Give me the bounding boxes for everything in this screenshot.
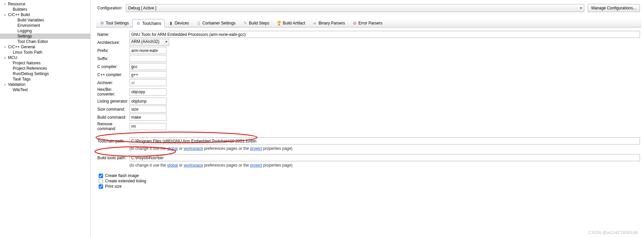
toolchain-form: Name: Architecture:ARM (AArch32) Prefix:…	[96, 27, 641, 194]
tree-item-linux-tools-path[interactable]: Linux Tools Path	[0, 50, 90, 55]
flash-checkbox[interactable]	[99, 174, 103, 178]
tab-label: Binary Parsers	[318, 21, 345, 25]
tab-icon: ▯	[196, 21, 201, 25]
global-link-2[interactable]: global	[167, 163, 178, 168]
cpp-compiler-label: C++ compiler:	[97, 72, 130, 77]
tree-item-environment[interactable]: Environment	[0, 23, 90, 28]
remove-cmd-input[interactable]	[130, 123, 166, 130]
size-cmd-label: Size command:	[97, 107, 130, 112]
tree-item-run-debug-settings[interactable]: Run/Debug Settings	[0, 71, 90, 76]
build-tools-path-hint: (to change it use the global or workspac…	[130, 162, 640, 171]
suffix-label: Suffix:	[97, 56, 130, 61]
tree-item-c-c-build[interactable]: vC/C++ Build	[0, 12, 90, 17]
build-tools-path-label: Build tools path:	[97, 156, 130, 160]
toolchain-path-label: Toolchain path:	[97, 139, 130, 143]
tree-item-project-references[interactable]: Project References	[0, 66, 90, 71]
toolchain-path-hint: (to change it use the global or workspac…	[130, 145, 640, 154]
tree-label: Run/Debug Settings	[13, 71, 49, 76]
tree-toggle-icon: >	[3, 45, 7, 49]
project-link[interactable]: project	[250, 146, 262, 151]
config-select[interactable]: Debug [ Active ]	[126, 4, 584, 12]
tab-build-artifact[interactable]: 🏆Build Artifact	[273, 19, 309, 27]
tree-toggle-icon: v	[3, 13, 7, 17]
tab-label: Devices	[175, 21, 189, 25]
tab-label: Tool Settings	[106, 21, 129, 25]
size-cmd-input[interactable]	[130, 106, 166, 113]
c-compiler-input[interactable]	[130, 63, 166, 70]
workspace-link-2[interactable]: workspace	[184, 163, 203, 168]
tab-tool-settings[interactable]: ⚙Tool Settings	[96, 19, 133, 27]
tree-item-settings[interactable]: Settings	[0, 34, 90, 39]
tab-icon: ▮	[168, 21, 173, 25]
tree-item-project-natures[interactable]: Project Natures	[0, 60, 90, 66]
listing-input[interactable]	[130, 98, 166, 105]
tree-item-resource[interactable]: >Resource	[0, 1, 90, 7]
flash-checkbox-label: Create flash image	[105, 173, 139, 178]
tree-label: Builders	[13, 7, 27, 12]
name-input[interactable]	[130, 31, 640, 38]
hexbin-input[interactable]	[130, 88, 166, 96]
extended-listing-checkbox-label: Create extended listing	[105, 179, 146, 183]
archiver-label: Archiver:	[97, 80, 130, 85]
tab-build-steps[interactable]: ✎Build Steps	[239, 19, 273, 27]
hexbin-label: Hex/Bin converter:	[97, 87, 130, 97]
tab-error-parsers[interactable]: ⊘Error Parsers	[349, 19, 386, 27]
tree-toggle-icon: >	[3, 2, 7, 6]
workspace-link[interactable]: workspace	[184, 146, 203, 151]
config-label: Configuration:	[97, 6, 122, 10]
tree-item-task-tags[interactable]: Task Tags	[0, 76, 90, 82]
tab-binary-parsers[interactable]: 01Binary Parsers	[309, 19, 349, 27]
toolchain-path-input[interactable]	[130, 137, 640, 144]
tree-label: Project Natures	[13, 61, 41, 65]
prefix-label: Prefix:	[97, 48, 130, 53]
build-tools-path-input[interactable]	[130, 154, 640, 161]
tab-icon: ⚙	[136, 21, 141, 26]
tab-container-settings[interactable]: ▯Container Settings	[193, 19, 239, 27]
tree-item-tool-chain-editor[interactable]: Tool Chain Editor	[0, 39, 90, 44]
tree-toggle-icon: >	[3, 56, 7, 60]
cpp-compiler-input[interactable]	[130, 71, 166, 78]
manage-config-button[interactable]: Manage Configurations...	[588, 4, 640, 12]
tree-label: C/C++ Build	[8, 12, 30, 17]
tree-label: Validation	[8, 82, 26, 87]
tab-icon: ⚙	[100, 21, 104, 25]
tree-item-mcu[interactable]: >MCU	[0, 55, 90, 60]
config-bar: Configuration: Debug [ Active ] Manage C…	[96, 1, 641, 19]
remove-cmd-label: Remove command:	[97, 122, 130, 131]
sidebar: >ResourceBuildersvC/C++ BuildBuild Varia…	[0, 0, 91, 237]
tree-label: Environment	[17, 23, 40, 28]
tab-icon: 01	[312, 21, 317, 25]
extended-listing-checkbox[interactable]	[99, 179, 103, 183]
print-size-checkbox[interactable]	[99, 184, 103, 189]
tab-label: Build Artifact	[283, 21, 305, 25]
build-cmd-input[interactable]	[130, 114, 166, 121]
c-compiler-label: C compiler:	[97, 64, 130, 69]
tab-devices[interactable]: ▮Devices	[165, 19, 193, 27]
tree-item-build-variables[interactable]: Build Variables	[0, 17, 90, 23]
tab-label: Toolchains	[142, 21, 161, 26]
tree-label: Tool Chain Editor	[17, 39, 48, 44]
tab-label: Container Settings	[202, 21, 236, 25]
prefix-input[interactable]	[130, 47, 166, 54]
checkbox-group: Create flash image Create extended listi…	[97, 171, 640, 191]
suffix-input[interactable]	[130, 55, 166, 62]
tab-icon: ✎	[243, 21, 248, 25]
tree-label: Resource	[8, 2, 25, 6]
tree-item-c-c-general[interactable]: >C/C++ General	[0, 44, 90, 50]
global-link[interactable]: global	[167, 146, 178, 151]
tree-item-builders[interactable]: Builders	[0, 7, 90, 12]
tree-label: WikiText	[13, 87, 28, 92]
main-panel: Configuration: Debug [ Active ] Manage C…	[91, 0, 644, 237]
tree-item-logging[interactable]: Logging	[0, 28, 90, 34]
tree-item-wikitext[interactable]: WikiText	[0, 87, 90, 93]
archiver-input	[130, 79, 166, 86]
tree-item-validation[interactable]: >Validation	[0, 82, 90, 87]
tree-label: Settings	[17, 34, 32, 39]
architecture-select[interactable]: ARM (AArch32)	[130, 39, 169, 46]
build-cmd-label: Build command:	[97, 115, 130, 120]
tree-label: Build Variables	[17, 18, 44, 22]
project-link-2[interactable]: project	[250, 163, 262, 168]
tab-label: Error Parsers	[358, 21, 382, 25]
tab-toolchains[interactable]: ⚙Toolchains	[133, 19, 165, 27]
tree-label: Linux Tools Path	[13, 50, 42, 55]
